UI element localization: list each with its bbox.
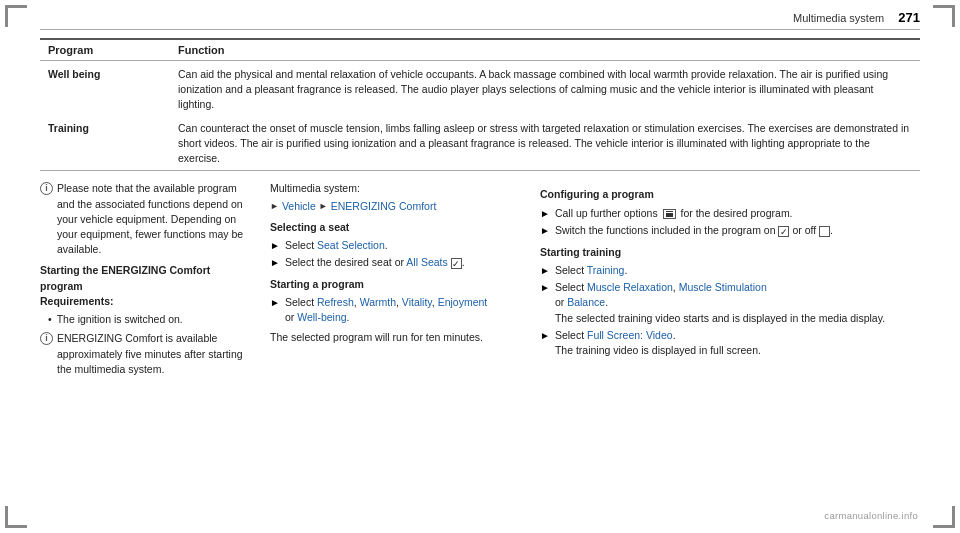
arrow-sym-config-2: ► <box>540 224 550 239</box>
checkbox-checked: ✓ <box>451 258 462 269</box>
select-programs-text: Select Refresh, Warmth, Vitality, Enjoym… <box>285 295 520 325</box>
table-row: Well being Can aid the physical and ment… <box>40 61 920 117</box>
table-row: Training Can counteract the onset of mus… <box>40 117 920 171</box>
arrow-sym-training-1: ► <box>540 264 550 279</box>
full-screen-video-link: Full Screen: Video <box>587 329 673 341</box>
table-header-program: Program <box>40 39 170 61</box>
arrow-sym-2: ► <box>270 256 280 271</box>
selecting-seat-heading: Selecting a seat <box>270 220 520 235</box>
run-text: The selected program will run for ten mi… <box>270 330 520 345</box>
training-note-2: The training video is displayed in full … <box>555 344 761 356</box>
breadcrumb-arrow-2: ► <box>319 200 328 213</box>
training-arrow-3: ► Select Full Screen: Video. The trainin… <box>540 328 920 358</box>
training-arrow-1: ► Select Training. <box>540 263 920 279</box>
checkbox-on: ✓ <box>778 226 789 237</box>
muscle-stimulation-link: Muscle Stimulation <box>679 281 767 293</box>
breadcrumb: ► Vehicle ► ENERGIZING Comfort <box>270 199 520 214</box>
bottom-content: i Please note that the available program… <box>40 181 920 381</box>
config-text-1: Call up further options for the desired … <box>555 206 920 221</box>
info-block-2: i ENERGIZING Comfort is available approx… <box>40 331 250 377</box>
info-text-2: ENERGIZING Comfort is available approxim… <box>57 331 250 377</box>
breadcrumb-arrow-1: ► <box>270 200 279 213</box>
multimedia-system-label: Multimedia system: <box>270 182 360 194</box>
config-arrow-2: ► Switch the functions included in the p… <box>540 223 920 239</box>
training-arrow-2: ► Select Muscle Relaxation, Muscle Stimu… <box>540 280 920 326</box>
select-desired-seat: ► Select the desired seat or All Seats ✓… <box>270 255 520 271</box>
corner-decoration-br <box>933 506 955 528</box>
config-text-2: Switch the functions included in the pro… <box>555 223 920 238</box>
select-seat-text: Select Seat Selection. <box>285 238 520 253</box>
corner-decoration-bl <box>5 506 27 528</box>
starting-heading-label: Starting the ENERGIZING Comfort programR… <box>40 263 250 309</box>
starting-training-heading: Starting training <box>540 245 920 260</box>
table-cell-program-wellbeing: Well being <box>40 61 170 117</box>
arrow-sym-3: ► <box>270 296 280 311</box>
column-right: Configuring a program ► Call up further … <box>530 181 920 381</box>
arrow-sym-training-3: ► <box>540 329 550 344</box>
multimedia-label: Multimedia system: <box>270 181 520 196</box>
info-icon-2: i <box>40 332 53 345</box>
muscle-relaxation-link: Muscle Relaxation <box>587 281 673 293</box>
training-note-1: The selected training video starts and i… <box>555 312 885 324</box>
warmth-link: Warmth <box>360 296 396 308</box>
page-header: Multimedia system 271 <box>40 10 920 30</box>
starting-heading: Starting the ENERGIZING Comfort programR… <box>40 263 250 309</box>
column-left: i Please note that the available program… <box>40 181 260 381</box>
checkbox-off <box>819 226 830 237</box>
balance-link: Balance <box>567 296 605 308</box>
bullet-symbol: • <box>48 312 52 327</box>
menu-icon <box>663 209 676 219</box>
desired-seat-text: Select the desired seat or All Seats ✓. <box>285 255 520 270</box>
arrow-sym-training-2: ► <box>540 281 550 296</box>
starting-program-heading: Starting a program <box>270 277 520 292</box>
program-table: Program Function Well being Can aid the … <box>40 38 920 171</box>
section-label: Multimedia system <box>793 12 884 24</box>
info-text-1: Please note that the available program a… <box>57 181 250 257</box>
column-mid: Multimedia system: ► Vehicle ► ENERGIZIN… <box>260 181 530 381</box>
breadcrumb-energizing: ENERGIZING Comfort <box>331 199 437 214</box>
table-cell-function-training: Can counteract the onset of muscle tensi… <box>170 117 920 171</box>
info-icon-1: i <box>40 182 53 195</box>
enjoyment-link: Enjoyment <box>438 296 488 308</box>
table-cell-program-training: Training <box>40 117 170 171</box>
all-seats-link: All Seats <box>406 256 447 268</box>
page-number: 271 <box>898 10 920 25</box>
seat-selection-link: Seat Selection <box>317 239 385 251</box>
page-container: Multimedia system 271 Program Function W… <box>0 0 960 533</box>
header-section: Multimedia system 271 <box>793 10 920 25</box>
training-text-3: Select Full Screen: Video. The training … <box>555 328 920 358</box>
select-seat-selection: ► Select Seat Selection. <box>270 238 520 254</box>
well-being-link: Well-being <box>297 311 346 323</box>
arrow-sym-config-1: ► <box>540 207 550 222</box>
info-block-1: i Please note that the available program… <box>40 181 250 257</box>
training-text-1: Select Training. <box>555 263 920 278</box>
training-link: Training <box>587 264 625 276</box>
select-refresh: ► Select Refresh, Warmth, Vitality, Enjo… <box>270 295 520 325</box>
watermark: carmanualonline.info <box>824 510 918 521</box>
breadcrumb-vehicle: Vehicle <box>282 199 316 214</box>
refresh-link: Refresh <box>317 296 354 308</box>
configuring-program-heading: Configuring a program <box>540 187 920 202</box>
corner-decoration-tl <box>5 5 27 27</box>
vitality-link: Vitality <box>402 296 432 308</box>
table-cell-function-wellbeing: Can aid the physical and mental relaxati… <box>170 61 920 117</box>
table-header-function: Function <box>170 39 920 61</box>
arrow-sym-1: ► <box>270 239 280 254</box>
corner-decoration-tr <box>933 5 955 27</box>
config-arrow-1: ► Call up further options for the desire… <box>540 206 920 222</box>
bullet-ignition-text: The ignition is switched on. <box>57 312 183 327</box>
bullet-ignition: • The ignition is switched on. <box>48 312 250 327</box>
training-text-2: Select Muscle Relaxation, Muscle Stimula… <box>555 280 920 326</box>
